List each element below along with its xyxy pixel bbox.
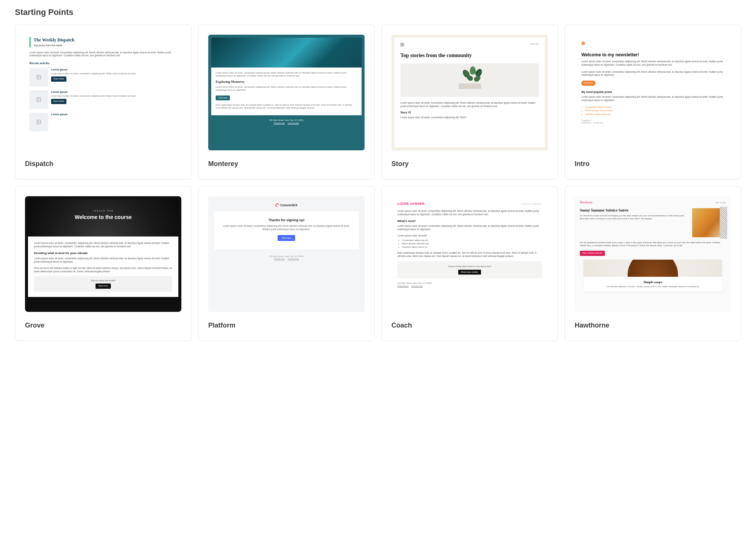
hawthorne-mid-para: Not all weekend brunches have to be a pa… xyxy=(580,241,726,247)
template-card-hawthorne[interactable]: Hawthorne. View on web Sunny Summer Sols… xyxy=(565,186,741,341)
soup-heading: Simple soups xyxy=(587,280,718,284)
templates-grid: The Weekly Dispatch Top posts from this … xyxy=(15,25,741,341)
dispatch-title: The Weekly Dispatch xyxy=(34,37,177,43)
preview-intro: Welcome to my newsletter! Lorem ipsum do… xyxy=(575,35,731,150)
monterey-outro-para: Duis scelerisque tempus erat, at volutpa… xyxy=(216,103,357,109)
preview-story: ISSUE 001 Top stories from the community xyxy=(391,35,548,150)
unsubscribe-link: Unsubscribe xyxy=(593,122,603,124)
svg-point-5 xyxy=(38,121,38,122)
image-placeholder-icon xyxy=(29,90,48,109)
template-label: Intro xyxy=(575,160,731,168)
coach-intro-para: Lorem ipsum dolor sit amet, consectetur … xyxy=(397,210,542,216)
footer-address: 123 Main Street, New York, NY 10001 xyxy=(208,255,365,258)
coach-whatsnext-heading: What's next? xyxy=(397,219,542,223)
template-card-intro[interactable]: Welcome to my newsletter! Lorem ipsum do… xyxy=(565,25,741,179)
story-hero-image xyxy=(400,63,539,97)
grove-headline: Welcome to the course xyxy=(28,214,178,221)
preview-platform: ConvertKit Thanks for signing up! Lorem … xyxy=(208,196,365,312)
image-placeholder-icon xyxy=(29,113,48,131)
dispatch-article-item: Lorem ipsum xyxy=(29,113,177,131)
intro-para-1: Lorem ipsum dolor sit amet, consectetur … xyxy=(581,60,724,67)
platform-para: Lorem ipsum dolor sit amet, consectetur … xyxy=(222,225,351,231)
article-title: Lorem ipsum xyxy=(51,113,177,116)
story-issue-label: ISSUE 001 xyxy=(529,43,539,47)
grove-para-2: Lorem ipsum dolor sit amet, consectetur … xyxy=(34,257,172,264)
monterey-body-para: Lorem ipsum dolor sit amet, consectetur … xyxy=(216,85,357,91)
hawthorne-hero-image xyxy=(692,208,726,237)
article-excerpt: Lorem ipsum dolor sit amet, consectetur … xyxy=(51,94,177,97)
template-card-dispatch[interactable]: The Weekly Dispatch Top posts from this … xyxy=(15,25,191,179)
template-label: Grove xyxy=(25,322,181,329)
read-article-button: Read article xyxy=(51,99,66,104)
brand-name: ConvertKit xyxy=(280,203,297,207)
monterey-cta-button: Click here xyxy=(216,95,230,100)
send-tip-button: Send a tip xyxy=(96,284,111,288)
read-case-studies-button: Read case studies xyxy=(458,270,481,275)
preferences-link: Preferences xyxy=(274,258,285,260)
read-article-button: Read article xyxy=(51,76,66,81)
intro-para-2: Lorem ipsum dolor sit amet, consectetur … xyxy=(581,71,724,77)
story-excerpt: Lorem ipsum dolor sit amet, consectetur … xyxy=(400,116,539,119)
template-label: Hawthorne xyxy=(575,322,731,329)
footer-address: 123 Main Street, New York, NY 10001 xyxy=(211,119,362,122)
list-item: Faucibus ligula viverra sit xyxy=(585,113,724,116)
dispatch-subtitle: Top posts from this week xyxy=(34,44,177,47)
intro-bullet-list: Consectetur adipiscing elit Morbi ultric… xyxy=(585,106,724,115)
intro-footer: © address © Preferences Unsubscribe xyxy=(581,119,724,125)
template-card-monterey[interactable]: Lorem ipsum dolor sit amet, consectetur … xyxy=(198,25,375,179)
intro-logo-dot-icon xyxy=(581,41,585,45)
platform-cta-button: Click here xyxy=(278,235,295,241)
grove-para-1: Lorem ipsum dolor sit amet, consectetur … xyxy=(34,242,172,248)
hawthorne-cta-button: Plan a Breezy Brunch xyxy=(580,251,605,256)
template-label: Platform xyxy=(208,322,365,329)
monterey-hero-image xyxy=(211,38,362,68)
unsubscribe-link: Unsubscribe xyxy=(288,122,299,124)
coach-para-3: Duis scelerisque tempus erat, at volutpa… xyxy=(397,251,542,258)
platform-headline: Thanks for signing up! xyxy=(222,218,351,222)
preview-coach: LIZZIE JANSEN COACH & ARTIST Lorem ipsum… xyxy=(391,196,548,312)
preview-grove: LESSON ONE Welcome to the course Lorem i… xyxy=(25,196,181,312)
story-headline: Top stories from the community xyxy=(400,53,539,59)
template-label: Coach xyxy=(391,322,548,329)
svg-point-1 xyxy=(38,76,38,77)
coach-cta-box: Curious what others have to say about th… xyxy=(397,261,542,279)
preferences-link: Preferences xyxy=(274,122,285,124)
footer-address: © address © xyxy=(581,119,592,122)
list-item: Consectetur adipiscing elit xyxy=(585,106,724,109)
preferences-link: Preferences xyxy=(581,122,591,124)
template-card-story[interactable]: ISSUE 001 Top stories from the community xyxy=(381,25,558,179)
section-title: Starting Points xyxy=(15,7,741,17)
view-on-web-link: View on web xyxy=(715,201,726,204)
unsubscribe-link: Unsubscribe xyxy=(411,285,423,287)
coach-bullet-list: Consectetur adipiscing elit Morbi ultric… xyxy=(402,239,542,248)
coach-para-2: Lorem ipsum dolor sit amet, consectetur … xyxy=(397,225,542,231)
footer-address: 123 Main Street, New York, NY 10001 xyxy=(397,282,542,285)
coach-list-lead: Lorem ipsum dolor sit amet xyxy=(397,234,542,238)
hawthorne-brand: Hawthorne. xyxy=(580,201,593,204)
template-label: Monterey xyxy=(208,160,365,168)
hawthorne-sub-card: Simple soups Our favorite collection of … xyxy=(584,260,722,292)
preferences-link: Preferences xyxy=(397,285,409,287)
intro-cta-button: Click here xyxy=(581,81,596,85)
template-card-grove[interactable]: LESSON ONE Welcome to the course Lorem i… xyxy=(15,186,191,341)
coach-footer: 123 Main Street, New York, NY 10001 Pref… xyxy=(397,282,542,288)
template-card-coach[interactable]: LIZZIE JANSEN COACH & ARTIST Lorem ipsum… xyxy=(381,186,558,341)
story-subheading: Story #1 xyxy=(400,111,539,115)
monterey-footer: 123 Main Street, New York, NY 10001 Pref… xyxy=(211,119,362,125)
platform-footer: 123 Main Street, New York, NY 10001 Pref… xyxy=(208,255,365,261)
list-item: Morbi ultricies vehicula erat xyxy=(402,242,542,245)
article-excerpt: Lorem ipsum dolor sit amet, consectetur … xyxy=(51,72,177,75)
coach-role: COACH & ARTIST xyxy=(521,203,542,206)
image-placeholder-icon xyxy=(29,68,48,87)
unsubscribe-link: Unsubscribe xyxy=(288,258,299,260)
grove-para-3: Duis vel dui in elit tristique mattis ut… xyxy=(34,267,172,273)
coach-cta-question: Curious what others have to say about th… xyxy=(401,265,538,268)
story-intro-para: Lorem ipsum dolor sit amet, consectetur … xyxy=(400,101,539,108)
dispatch-article-item: Lorem ipsum Lorem ipsum dolor sit amet, … xyxy=(29,68,177,87)
story-logo-icon xyxy=(400,43,404,47)
template-card-platform[interactable]: ConvertKit Thanks for signing up! Lorem … xyxy=(198,186,375,341)
list-item: Consectetur adipiscing elit xyxy=(402,239,542,242)
article-title: Lorem ipsum xyxy=(51,68,177,71)
intro-headline: Welcome to my newsletter! xyxy=(581,52,724,58)
template-label: Story xyxy=(391,160,548,168)
